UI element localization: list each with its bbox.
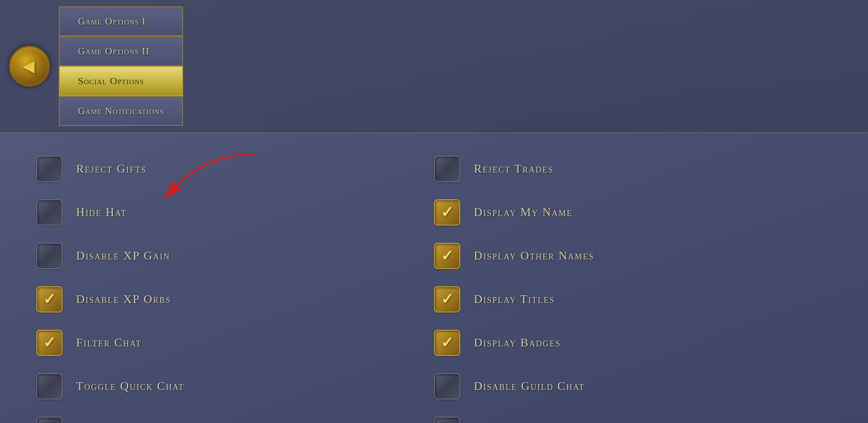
- option-label-display-titles: Display Titles: [474, 293, 555, 306]
- checkbox-filter-chat[interactable]: [36, 330, 63, 356]
- checkbox-disable-xp-orbs[interactable]: [36, 286, 63, 312]
- checkbox-reject-gifts[interactable]: [36, 156, 63, 182]
- option-row-toggle-quick-chat[interactable]: Toggle Quick Chat: [36, 373, 434, 399]
- option-label-display-badges: Display Badges: [474, 336, 561, 350]
- option-row-show-potions-in-towne[interactable]: Show Potions in Towne: [36, 417, 434, 423]
- checkbox-disable-xp-gain[interactable]: [36, 243, 63, 269]
- checkbox-display-other-names[interactable]: [434, 243, 460, 269]
- option-label-disable-xp-gain: Disable XP Gain: [76, 249, 170, 263]
- right-column: Reject TradesDisplay My NameDisplay Othe…: [434, 156, 832, 423]
- option-row-display-badges[interactable]: Display Badges: [434, 330, 832, 356]
- option-label-display-other-names: Display Other Names: [474, 249, 594, 263]
- option-label-disable-guild-chat: Disable Guild Chat: [474, 380, 585, 393]
- tabs-container: Game Options IGame Options IISocial Opti…: [59, 6, 185, 126]
- checkbox-hide-hat[interactable]: [36, 199, 63, 226]
- checkbox-disable-guild-chat[interactable]: [434, 373, 460, 399]
- option-row-disable-xp-gain[interactable]: Disable XP Gain: [36, 243, 434, 269]
- checkbox-show-emotes-on-hud[interactable]: [434, 417, 460, 423]
- tab-game-notifications[interactable]: Game Notifications: [59, 96, 183, 126]
- checkbox-display-my-name[interactable]: [434, 199, 460, 226]
- option-label-hide-hat: Hide Hat: [76, 206, 127, 219]
- checkbox-display-badges[interactable]: [434, 330, 460, 356]
- option-row-reject-gifts[interactable]: Reject Gifts: [36, 156, 434, 182]
- option-row-display-other-names[interactable]: Display Other Names: [434, 243, 832, 269]
- tab-social-options[interactable]: Social Options: [59, 66, 183, 96]
- option-label-reject-trades: Reject Trades: [474, 162, 554, 176]
- checkbox-reject-trades[interactable]: [434, 156, 460, 182]
- option-row-hide-hat[interactable]: Hide Hat: [36, 199, 434, 226]
- option-label-filter-chat: Filter Chat: [76, 336, 142, 350]
- checkbox-display-titles[interactable]: [434, 286, 460, 312]
- option-row-show-emotes-on-hud[interactable]: Show Emotes on HUD: [434, 417, 832, 423]
- left-column: Reject GiftsHide HatDisable XP GainDisab…: [36, 156, 434, 423]
- checkbox-show-potions-in-towne[interactable]: [36, 417, 63, 423]
- option-row-disable-guild-chat[interactable]: Disable Guild Chat: [434, 373, 832, 399]
- option-label-display-my-name: Display My Name: [474, 206, 573, 219]
- option-label-toggle-quick-chat: Toggle Quick Chat: [76, 380, 184, 393]
- option-row-reject-trades[interactable]: Reject Trades: [434, 156, 832, 182]
- option-row-disable-xp-orbs[interactable]: Disable XP Orbs: [36, 286, 434, 312]
- option-row-display-my-name[interactable]: Display My Name: [434, 199, 832, 226]
- tab-game-options-1[interactable]: Game Options I: [59, 6, 183, 36]
- checkbox-toggle-quick-chat[interactable]: [36, 373, 63, 399]
- back-button[interactable]: [9, 46, 50, 87]
- option-label-reject-gifts: Reject Gifts: [76, 162, 147, 176]
- option-row-display-titles[interactable]: Display Titles: [434, 286, 832, 312]
- option-label-disable-xp-orbs: Disable XP Orbs: [76, 293, 171, 306]
- header: Game Options IGame Options IISocial Opti…: [0, 0, 868, 133]
- tab-game-options-2[interactable]: Game Options II: [59, 36, 183, 66]
- content: Reject GiftsHide HatDisable XP GainDisab…: [0, 133, 868, 423]
- option-row-filter-chat[interactable]: Filter Chat: [36, 330, 434, 356]
